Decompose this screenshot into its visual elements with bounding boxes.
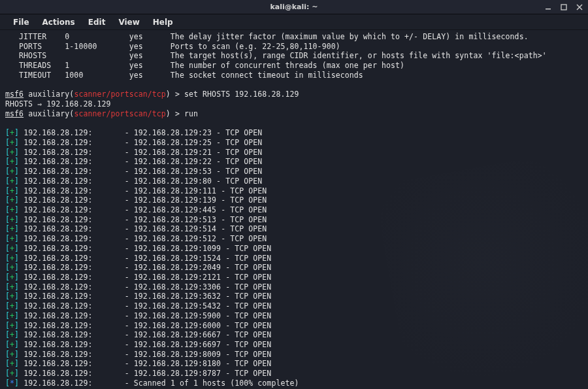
scan-result-line: [+] 192.168.28.129: - 192.168.28.129:666…: [5, 330, 583, 340]
scan-summary: [*] 192.168.28.129: - Scanned 1 of 1 hos…: [5, 379, 583, 388]
scan-result-line: [+] 192.168.28.129: - 192.168.28.129:800…: [5, 350, 583, 360]
scan-result-line: [+] 192.168.28.129: - 192.168.28.129:212…: [5, 273, 583, 282]
menu-actions[interactable]: Actions: [36, 15, 82, 29]
scan-result-line: [+] 192.168.28.129: - 192.168.28.129:204…: [5, 263, 583, 273]
scan-result-line: [+] 192.168.28.129: - 192.168.28.129:139…: [5, 195, 583, 205]
option-row: PORTS 1-10000 yes Ports to scan (e.g. 22…: [5, 42, 583, 52]
menu-bar: File Actions Edit View Help: [0, 14, 588, 30]
window-controls: [544, 0, 584, 14]
scan-result-line: [+] 192.168.28.129: - 192.168.28.129:514…: [5, 224, 583, 234]
menu-file[interactable]: File: [7, 15, 36, 29]
minimize-button[interactable]: [544, 3, 553, 12]
scan-result-line: [+] 192.168.28.129: - 192.168.28.129:23 …: [5, 128, 583, 138]
scan-result-line: [+] 192.168.28.129: - 192.168.28.129:590…: [5, 311, 583, 321]
svg-rect-0: [546, 8, 551, 10]
menu-edit[interactable]: Edit: [82, 15, 112, 29]
prompt-line: msf6 auxiliary(scanner/portscan/tcp) > r…: [5, 109, 583, 119]
scan-result-line: [+] 192.168.28.129: - 192.168.28.129:513…: [5, 215, 583, 225]
terminal-output[interactable]: JITTER 0 yes The delay jitter factor (ma…: [0, 30, 588, 389]
scan-result-line: [+] 192.168.28.129: - 192.168.28.129:600…: [5, 321, 583, 331]
svg-rect-1: [561, 5, 566, 10]
scan-result-line: [+] 192.168.28.129: - 192.168.28.129:111…: [5, 186, 583, 196]
scan-result-line: [+] 192.168.28.129: - 192.168.28.129:22 …: [5, 157, 583, 167]
option-row: RHOSTS yes The target host(s), range CID…: [5, 51, 583, 61]
scan-result-line: [+] 192.168.28.129: - 192.168.28.129:152…: [5, 254, 583, 263]
option-row: THREADS 1 yes The number of concurrent t…: [5, 61, 583, 71]
scan-result-line: [+] 192.168.28.129: - 192.168.28.129:669…: [5, 340, 583, 350]
menu-help[interactable]: Help: [146, 15, 180, 29]
rhosts-echo: RHOSTS ⇒ 192.168.28.129: [5, 99, 583, 109]
option-row: JITTER 0 yes The delay jitter factor (ma…: [5, 32, 583, 42]
scan-result-line: [+] 192.168.28.129: - 192.168.28.129:878…: [5, 369, 583, 379]
scan-result-line: [+] 192.168.28.129: - 192.168.28.129:53 …: [5, 167, 583, 177]
scan-result-line: [+] 192.168.28.129: - 192.168.28.129:445…: [5, 205, 583, 215]
scan-result-line: [+] 192.168.28.129: - 192.168.28.129:512…: [5, 234, 583, 244]
maximize-button[interactable]: [559, 3, 568, 12]
window-titlebar: kali@kali: ~: [0, 0, 588, 14]
scan-result-line: [+] 192.168.28.129: - 192.168.28.129:25 …: [5, 138, 583, 148]
scan-result-line: [+] 192.168.28.129: - 192.168.28.129:21 …: [5, 148, 583, 158]
window-title: kali@kali: ~: [270, 3, 318, 11]
scan-result-line: [+] 192.168.28.129: - 192.168.28.129:543…: [5, 301, 583, 311]
close-button[interactable]: [575, 3, 584, 12]
scan-result-line: [+] 192.168.28.129: - 192.168.28.129:80 …: [5, 177, 583, 186]
option-row: TIMEOUT 1000 yes The socket connect time…: [5, 71, 583, 80]
scan-result-line: [+] 192.168.28.129: - 192.168.28.129:363…: [5, 292, 583, 301]
scan-result-line: [+] 192.168.28.129: - 192.168.28.129:330…: [5, 282, 583, 292]
prompt-line: msf6 auxiliary(scanner/portscan/tcp) > s…: [5, 90, 583, 99]
scan-result-line: [+] 192.168.28.129: - 192.168.28.129:818…: [5, 359, 583, 369]
scan-result-line: [+] 192.168.28.129: - 192.168.28.129:109…: [5, 244, 583, 254]
menu-view[interactable]: View: [112, 15, 146, 29]
